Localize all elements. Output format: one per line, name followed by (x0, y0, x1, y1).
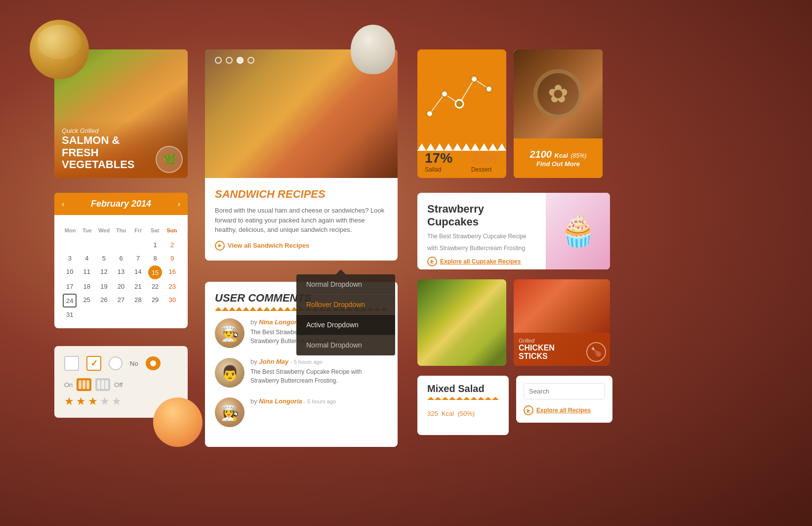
checkbox-checked[interactable]: ✓ (86, 356, 101, 371)
kcal-card: ✿ 2100 Kcal (85%) Find Out More (514, 49, 603, 178)
slide-dots (215, 57, 254, 64)
calendar-next[interactable]: › (178, 200, 180, 209)
star-3[interactable]: ★ (88, 395, 98, 408)
comment-3-time: - 5 hours ago (304, 398, 336, 404)
calendar-day[interactable]: 24 (63, 294, 77, 307)
comment-3-avatar: 👩‍🍳 (215, 397, 244, 427)
comment-2-text: The Best Strawberry Cupcake Recipe with … (250, 367, 388, 385)
checkbox-empty[interactable] (64, 356, 79, 371)
calendar-day[interactable]: 12 (96, 265, 112, 279)
calendar-day[interactable]: 6 (113, 252, 129, 264)
explore-cupcakes-link[interactable]: ▶ Explore all Cupcake Recipes (427, 257, 536, 266)
strawberry-desc-1: The Best Strawberry Cupcake Recipe (427, 233, 536, 240)
dropdown-item[interactable]: Normal Dropdown (296, 335, 395, 355)
day-fri: Fri (129, 226, 146, 235)
dot-1[interactable] (215, 57, 222, 64)
calendar-day[interactable]: 5 (96, 252, 112, 264)
search-widget: › ▶ Explore all Recipes (516, 376, 612, 423)
sandwich-content: SANDWICH RECIPES Bored with the usual ha… (205, 178, 398, 261)
search-input-row[interactable]: › (524, 383, 605, 399)
toggle-bar-2 (82, 380, 85, 389)
calendar-day[interactable]: 26 (96, 294, 112, 307)
peach-decoration (153, 397, 203, 447)
calendar-day[interactable]: 30 (164, 294, 180, 307)
calendar-day (96, 308, 112, 321)
toggle-on[interactable] (77, 378, 91, 391)
calendar-day[interactable]: 22 (147, 280, 163, 293)
calendar-day[interactable]: 7 (130, 252, 146, 264)
calendar-day[interactable]: 1 (147, 239, 163, 251)
calendar-day[interactable]: 20 (113, 280, 129, 293)
explore-recipes-link[interactable]: ▶ Explore all Recipes (524, 405, 605, 415)
salad-label: Sallad (425, 166, 452, 173)
calendar-header: ‹ February 2014 › (54, 193, 188, 215)
calendar-day[interactable]: 2 (164, 239, 180, 251)
calendar-day[interactable]: 31 (62, 308, 78, 321)
calendar-day[interactable]: 27 (113, 294, 129, 307)
day-sat: Sat (146, 226, 163, 235)
calendar-day[interactable]: 15 (148, 265, 162, 279)
zigzag-divider (417, 143, 506, 151)
calendar-day[interactable]: 3 (62, 252, 78, 264)
calendar-day[interactable]: 21 (130, 280, 146, 293)
calendar-day (130, 239, 146, 251)
sandwich-view-link[interactable]: ▶ View all Sandwich Recipes (215, 241, 388, 251)
comment-2-body: by John May - 5 hours ago The Best Straw… (250, 358, 388, 388)
calendar-day[interactable]: 8 (147, 252, 163, 264)
onion-decoration (30, 20, 89, 79)
stats-card: 17% Sallad 25% Dessert (417, 49, 506, 178)
strawberry-card: Strawberry Cupcakes The Best Strawberry … (417, 193, 610, 269)
svg-point-3 (471, 76, 477, 82)
artichoke-icon: ✿ (533, 69, 583, 119)
calendar-day[interactable]: 9 (164, 252, 180, 264)
calendar-day[interactable]: 11 (79, 265, 95, 279)
svg-point-2 (455, 100, 463, 108)
svg-point-1 (442, 91, 447, 97)
dessert-label: Dessert (471, 166, 499, 173)
dropdown-item[interactable]: Active Dropdown (296, 315, 395, 335)
toggles-row: On Off (64, 378, 178, 391)
calendar-day[interactable]: 19 (96, 280, 112, 293)
calendar-day[interactable]: 17 (62, 280, 78, 293)
star-4[interactable]: ★ (100, 395, 110, 408)
radio-button[interactable] (109, 356, 122, 370)
calendar-prev[interactable]: ‹ (62, 200, 64, 209)
day-wed: Wed (96, 226, 113, 235)
play-icon-recipes: ▶ (524, 405, 533, 415)
calendar-day[interactable]: 10 (62, 265, 78, 279)
calendar-day (62, 239, 78, 251)
mixed-salad-card: Mixed Salad 325 Kcal (50%) (417, 376, 509, 435)
calendar-body: Mon Tue Wed Thu Fri Sat Sun 123456789101… (54, 221, 188, 328)
calendar-day[interactable]: 25 (79, 294, 95, 307)
calendar-day[interactable]: 13 (113, 265, 129, 279)
dot-4[interactable] (247, 57, 254, 64)
kcal-bg: ✿ (514, 49, 603, 138)
star-2[interactable]: ★ (76, 395, 86, 408)
calendar-day[interactable]: 18 (79, 280, 95, 293)
calendar-widget: ‹ February 2014 › Mon Tue Wed Thu Fri Sa… (54, 193, 188, 328)
dot-2[interactable] (226, 57, 233, 64)
sandwich-link-text: View all Sandwich Recipes (228, 242, 309, 249)
dropdown-item[interactable]: Rollover Dropdown (296, 295, 395, 315)
dropdown-item[interactable]: Normal Dropdown (296, 274, 395, 295)
calendar-day[interactable]: 4 (79, 252, 95, 264)
calendar-grid: 1234567891011121314151617181920212223242… (62, 239, 180, 321)
calendar-day[interactable]: 16 (164, 265, 180, 279)
stats-chart (425, 57, 499, 136)
calendar-day[interactable]: 23 (164, 280, 180, 293)
calendar-day[interactable]: 29 (147, 294, 163, 307)
find-out-more[interactable]: Find Out More (536, 160, 580, 168)
toggle-off[interactable] (95, 378, 110, 391)
skewers-image (417, 279, 506, 366)
chicken-bg: Grilled CHICKENSTICKS 🍗 (514, 279, 610, 366)
star-1[interactable]: ★ (64, 395, 74, 408)
star-5[interactable]: ★ (112, 395, 122, 408)
radio-selected[interactable] (146, 356, 161, 370)
day-thu: Thu (113, 226, 129, 235)
chicken-card: Grilled CHICKENSTICKS 🍗 (514, 279, 610, 366)
dot-3[interactable] (237, 57, 244, 64)
mixed-salad-bold: Salad (458, 383, 484, 394)
calendar-day[interactable]: 14 (130, 265, 146, 279)
search-input[interactable] (524, 384, 605, 399)
calendar-day[interactable]: 28 (130, 294, 146, 307)
